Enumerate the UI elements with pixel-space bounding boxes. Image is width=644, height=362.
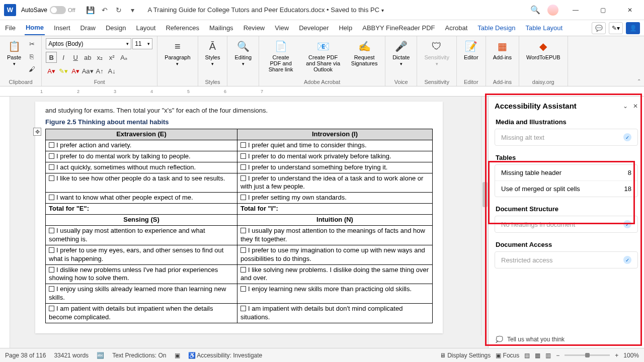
shrink-font-button[interactable]: A↓ [106,65,117,76]
issue-missing-table-header[interactable]: Missing table header8 [495,165,637,181]
zoom-level[interactable]: 100% [623,352,639,359]
grow-font-button[interactable]: A↑ [94,65,105,76]
status-lang-icon[interactable]: 🔤 [97,352,104,359]
checkbox-icon[interactable] [240,195,246,200]
user-avatar[interactable] [547,5,558,16]
table-cell[interactable]: I prefer to use my eyes, ears, and other… [46,245,237,264]
tab-view[interactable]: View [274,21,290,35]
checkbox-icon[interactable] [240,153,246,159]
tab-draw[interactable]: Draw [79,21,97,35]
scrollbar-thumb[interactable] [482,182,488,207]
font-color-button[interactable]: A▾ [46,65,57,76]
search-icon[interactable]: 🔍 [530,5,540,15]
table-cell[interactable]: I want to know what other people expect … [46,193,237,204]
qa-dropdown-icon[interactable]: ▾ [128,5,138,15]
table-cell[interactable]: I usually pay most attention to experien… [46,226,237,245]
subscript-button[interactable]: x₂ [94,52,105,63]
checkbox-icon[interactable] [240,247,246,253]
autosave-toggle[interactable]: AutoSave Off [21,6,75,14]
copy-icon[interactable]: ⎘ [26,51,37,62]
tab-table-design[interactable]: Table Design [476,21,516,35]
checkbox-icon[interactable] [240,306,246,311]
paragraph-button[interactable]: ≡Paragraph▾ [162,38,193,67]
checkbox-icon[interactable] [49,247,54,253]
horizontal-ruler[interactable]: 1 2 3 4 5 6 7 [0,86,644,97]
issue-missing-alt-text[interactable]: Missing alt text✓ [495,129,637,145]
cut-icon[interactable]: ✂ [26,38,37,49]
checkbox-icon[interactable] [240,286,246,292]
comments-button[interactable]: 💬 [592,22,606,34]
table-cell[interactable]: I usually pay most attention to the mean… [237,226,432,245]
status-words[interactable]: 33421 words [54,352,89,359]
issue-no-headings[interactable]: No headings in document✓ [495,216,637,232]
view-read-icon[interactable]: ▤ [524,352,530,359]
zoom-in-icon[interactable]: + [615,352,618,359]
table-cell[interactable]: I prefer to do mental work privately bef… [237,151,432,162]
tab-table-layout[interactable]: Table Layout [524,21,564,35]
editing-button[interactable]: 🔍Editing▾ [231,38,255,67]
table-move-handle[interactable]: ✥ [33,128,41,136]
styles-button[interactable]: ĀStyles▾ [202,38,223,67]
zoom-out-icon[interactable]: − [556,352,559,359]
superscript-button[interactable]: x² [106,52,117,63]
table-cell[interactable]: I like solving new problems. I dislike d… [237,264,432,284]
toggle-switch[interactable] [50,6,66,14]
table-cell[interactable]: I prefer to do mental work by talking to… [46,151,237,162]
vertical-scrollbar[interactable] [481,97,488,335]
checkbox-icon[interactable] [240,267,246,273]
checkbox-icon[interactable] [49,175,54,181]
checkbox-icon[interactable] [49,153,54,159]
tab-acrobat[interactable]: Acrobat [444,21,469,35]
checkbox-icon[interactable] [49,228,54,233]
table-cell[interactable]: I am impatient with details but don't mi… [237,304,432,323]
minimize-button[interactable]: — [566,3,586,18]
table-cell[interactable]: I prefer quiet and time to consider thin… [237,140,432,151]
paste-button[interactable]: 📋Paste▾ [4,38,24,67]
panel-close-icon[interactable]: ✕ [633,103,638,110]
font-size-select[interactable]: 11▾ [132,38,152,49]
tab-mailings[interactable]: Mailings [208,21,234,35]
tab-references[interactable]: References [165,21,200,35]
table-cell[interactable]: I like to see how other people do a task… [46,173,237,193]
italic-button[interactable]: I [58,52,69,63]
mental-habits-table[interactable]: Extraversion (E)Introversion (I) I prefe… [45,129,433,323]
clear-format-button[interactable]: Aₐ [118,52,129,63]
checkbox-icon[interactable] [49,267,54,273]
checkbox-icon[interactable] [240,228,246,233]
tab-layout[interactable]: Layout [135,21,156,35]
zoom-slider[interactable] [565,354,610,356]
table-cell[interactable]: I enjoy using skills already learned mor… [46,284,237,304]
dictate-button[interactable]: 🎤Dictate▾ [389,38,413,67]
total-i-cell[interactable]: Total for "I": [237,204,432,215]
format-painter-icon[interactable]: 🖌 [26,63,37,74]
underline-button[interactable]: U [70,52,81,63]
status-macro-icon[interactable]: ▣ [175,352,180,359]
font-color2-button[interactable]: A▾ [70,65,81,76]
close-button[interactable]: ✕ [620,3,640,18]
table-cell[interactable]: I prefer setting my own standards. [237,193,432,204]
checkbox-icon[interactable] [240,142,246,148]
status-accessibility[interactable]: ♿ Accessibility: Investigate [188,352,263,359]
editing-mode-button[interactable]: ✎▾ [609,22,623,34]
panel-dropdown-icon[interactable]: ⌄ [623,103,628,110]
tab-home[interactable]: Home [25,21,45,35]
display-settings[interactable]: 🖥 Display Settings [440,352,491,359]
view-print-icon[interactable]: ▦ [535,352,540,359]
issue-restricted-access[interactable]: Restricted access✓ [495,252,637,268]
document-title[interactable]: A Training Guide for College Tutors and … [148,6,384,14]
table-cell[interactable]: I act quickly, sometimes without much re… [46,162,237,173]
table-cell[interactable]: I enjoy learning new skills more than pr… [237,284,432,304]
tab-developer[interactable]: Developer [298,21,330,35]
collapse-ribbon-icon[interactable]: ⌃ [637,78,641,84]
wordtoepub-button[interactable]: ◆WordToEPUB [523,38,564,61]
tab-help[interactable]: Help [338,21,353,35]
tab-review[interactable]: Review [243,21,266,35]
checkbox-icon[interactable] [240,164,246,170]
table-cell[interactable]: I am patient with details but impatient … [46,304,237,323]
focus-mode[interactable]: ▣ Focus [496,352,519,359]
tell-us-link[interactable]: 💭Tell us what you think [489,331,644,348]
checkbox-icon[interactable] [49,286,54,292]
table-cell[interactable]: I dislike new problems unless I've had p… [46,264,237,284]
create-pdf-share-button[interactable]: 📄Create PDF and Share link [263,38,298,73]
table-cell[interactable]: I prefer to understand the idea of a tas… [237,173,432,193]
